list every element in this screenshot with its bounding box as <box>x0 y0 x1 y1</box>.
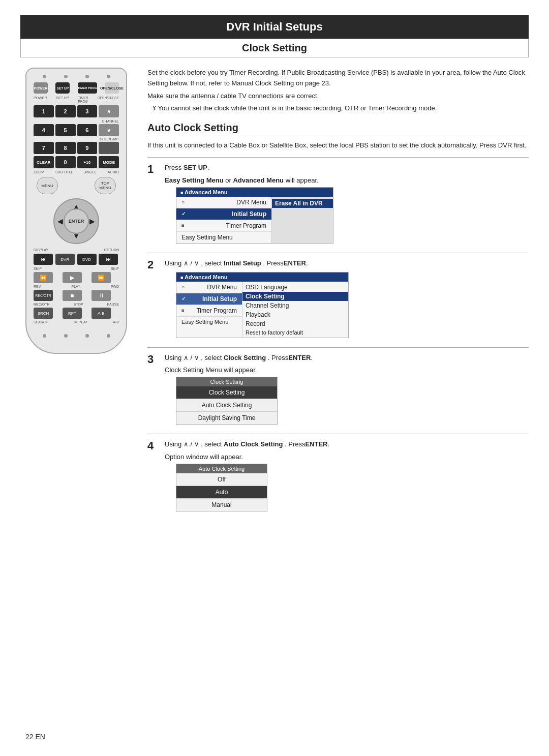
menu2-timer: ≡ Timer Program <box>176 305 242 317</box>
stop-label: STOP <box>74 303 83 306</box>
mode-btn[interactable]: MODE <box>99 156 119 168</box>
skip-back-label: SKIP <box>34 267 42 270</box>
menu2-osd: OSD Language <box>242 283 348 292</box>
num-9[interactable]: 9 <box>77 142 98 154</box>
step-4-num: 4 <box>147 439 159 452</box>
num-2[interactable]: 2 <box>55 105 76 117</box>
setup-button[interactable]: SET UP <box>55 82 70 94</box>
num-4[interactable]: 4 <box>34 124 54 136</box>
dpad[interactable]: ▲ ▼ ◀ ▶ ENTER <box>53 198 99 244</box>
fwd-label: FWD <box>111 285 119 288</box>
stop-button[interactable]: ■ <box>63 290 82 301</box>
timer-prog-button[interactable]: TIMER PROG <box>78 82 97 94</box>
ab-button[interactable]: A-B <box>92 308 111 319</box>
skip-fwd-label: SKIP <box>111 267 119 270</box>
repeat-label: REPEAT <box>74 320 88 324</box>
menu-button[interactable]: MENU <box>37 177 58 194</box>
play-label: PLAY <box>72 285 80 288</box>
auto-clock-menu: Auto Clock Setting Off Auto Manual <box>176 464 267 511</box>
num-8[interactable]: 8 <box>55 142 76 154</box>
ab-label: A-B <box>113 320 119 324</box>
clock-setting-menu: Clock Setting Clock Setting Auto Clock S… <box>176 377 278 425</box>
step-4-text: Using ∧ / ∨ , select Auto Clock Setting … <box>165 439 529 450</box>
step-1-num: 1 <box>147 163 159 176</box>
subtitle-label: SUB TITLE <box>55 170 73 174</box>
page-title-clock: Clock Setting <box>20 39 529 57</box>
menu2-clock: Clock Setting <box>242 292 348 301</box>
power-button[interactable]: POWER <box>34 82 48 94</box>
rec-otr-button[interactable]: REC/OTR <box>34 290 53 301</box>
menu2-channel: Channel Setting <box>242 301 348 310</box>
top-dot-4 <box>107 75 110 78</box>
menu2-playback: Playback <box>242 310 348 319</box>
menu2-initial: ✓ Initial Setup <box>176 293 242 305</box>
display-label: DISPLAY <box>34 248 48 252</box>
menu2-easy: Easy Setting Menu <box>176 317 242 327</box>
blank-btn[interactable] <box>99 142 119 154</box>
step-4-sub: Option window will appear. <box>165 453 529 461</box>
dpad-left[interactable]: ◀ <box>57 217 63 225</box>
dvr-button[interactable]: DVR <box>55 254 75 265</box>
search-label: SEARCH <box>34 320 48 324</box>
pause-button[interactable]: ⏸ <box>92 290 111 301</box>
menu2-record: Record <box>242 319 348 328</box>
rew-button[interactable]: ⏪ <box>34 272 53 283</box>
bot-dot-3 <box>85 334 89 338</box>
menu1-initial: ✓ Initial Setup <box>176 208 271 220</box>
plus10-btn[interactable]: +10 <box>77 156 98 168</box>
remote-control: POWER SET UP TIMER PROG OPEN/CLOSE POWER… <box>20 68 132 520</box>
open-close-button[interactable]: OPEN/CLOSE <box>105 82 119 94</box>
setup-label: SET UP <box>56 96 69 103</box>
menu1-easy: Easy Setting Menu <box>176 232 271 243</box>
ch-down[interactable]: ∨ <box>99 124 119 136</box>
menu2-title: ■ Advanced Menu <box>176 273 348 282</box>
fwd-button[interactable]: ⏩ <box>92 272 111 283</box>
num-7[interactable]: 7 <box>34 142 54 154</box>
ch-up[interactable]: ∧ <box>99 105 119 117</box>
num-1[interactable]: 1 <box>34 105 54 117</box>
step-3-text: Using ∧ / ∨ , select Clock Setting . Pre… <box>165 353 529 364</box>
menu2-reset: Reset to factory default <box>242 328 348 337</box>
advanced-menu-1: ■ Advanced Menu ○ DVR Menu ✓ Initial Set… <box>176 187 333 244</box>
clock-item-2: Auto Clock Setting <box>176 399 277 412</box>
advanced-menu-2: ■ Advanced Menu ○ DVR Menu ✓ Initial Set… <box>176 272 349 338</box>
rew-label: REV <box>34 285 41 288</box>
num-3[interactable]: 3 <box>77 105 98 117</box>
step-3-num: 3 <box>147 353 159 366</box>
clock-menu-title: Clock Setting <box>176 377 277 386</box>
num-6[interactable]: 6 <box>77 124 98 136</box>
auto-clock-subtitle: If this unit is connected to a Cable Box… <box>147 140 529 151</box>
num-5[interactable]: 5 <box>55 124 76 136</box>
rec-otr-label: REC/OTR <box>34 303 50 306</box>
repeat-button[interactable]: RPT <box>63 308 82 319</box>
auto-item-off: Off <box>176 473 267 486</box>
bot-dot-1 <box>43 334 46 338</box>
top-menu-button[interactable]: TOP MENU <box>95 177 116 194</box>
enter-button[interactable]: ENTER <box>64 208 89 234</box>
dpad-right[interactable]: ▶ <box>89 217 95 225</box>
step-1-sub: Easy Setting Menu or Advanced Menu will … <box>165 176 529 184</box>
clear-btn[interactable]: CLEAR <box>34 156 54 168</box>
search-button[interactable]: SRCH <box>34 308 53 319</box>
auto-clock-title: Auto Clock Setting <box>147 122 529 136</box>
step-4: 4 Using ∧ / ∨ , select Auto Clock Settin… <box>147 439 529 517</box>
auto-menu-title: Auto Clock Setting <box>176 464 267 473</box>
step-2-num: 2 <box>147 258 159 271</box>
menu2-dvr: ○ DVR Menu <box>176 282 242 293</box>
skip-back-btn[interactable]: ⏮ <box>34 254 53 265</box>
clock-item-1: Clock Setting <box>176 386 277 399</box>
skip-fwd-btn[interactable]: ⏭ <box>99 254 118 265</box>
top-dot-1 <box>43 75 46 78</box>
return-label: RETURN <box>104 248 119 252</box>
auto-item-manual: Manual <box>176 499 267 511</box>
top-dot-2 <box>64 75 68 78</box>
bot-dot-4 <box>107 334 110 338</box>
play-button[interactable]: ▶ <box>63 272 82 283</box>
num-0[interactable]: 0 <box>55 156 76 168</box>
timer-label: TIMERPROG <box>78 96 88 103</box>
dvd-button[interactable]: DVD <box>77 254 97 265</box>
menu1-timer: ≡ Timer Program <box>176 220 271 232</box>
bot-dot-2 <box>64 334 68 338</box>
clock-item-3: Daylight Saving Time <box>176 412 277 424</box>
step-1: 1 Press SET UP. Easy Setting Menu or Adv… <box>147 163 529 249</box>
